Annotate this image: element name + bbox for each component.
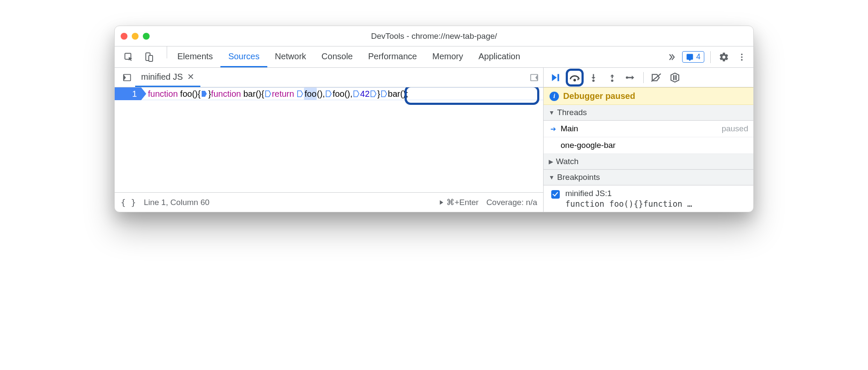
tab-elements[interactable]: Elements <box>170 46 220 67</box>
tab-network[interactable]: Network <box>267 46 314 67</box>
svg-point-3 <box>741 53 743 55</box>
breakpoint-marker-icon[interactable] <box>353 90 360 98</box>
breakpoint-checkbox[interactable] <box>551 190 560 199</box>
panel-tabs: Elements Sources Network Console Perform… <box>170 46 528 67</box>
toolbar-divider <box>710 51 711 63</box>
cursor-position: Line 1, Column 60 <box>144 198 209 207</box>
svg-rect-13 <box>673 75 674 80</box>
section-threads[interactable]: ▼ Threads <box>544 105 753 121</box>
tab-sources[interactable]: Sources <box>220 46 267 67</box>
tab-performance[interactable]: Performance <box>361 46 425 67</box>
section-breakpoints[interactable]: ▼ Breakpoints <box>544 170 753 185</box>
kebab-menu-icon[interactable] <box>735 50 749 64</box>
device-toolbar-icon[interactable] <box>142 50 156 64</box>
svg-point-5 <box>741 59 743 61</box>
debugger-paused-banner: i Debugger paused <box>544 87 753 105</box>
tab-console[interactable]: Console <box>314 46 360 67</box>
thread-item-main[interactable]: ➔ Main paused <box>544 121 753 137</box>
tab-application[interactable]: Application <box>471 46 528 67</box>
toolbar-divider <box>167 46 167 58</box>
debugger-panel: i Debugger paused ▼ Threads ➔ Main pause… <box>544 68 753 212</box>
breakpoint-location: minified JS:1 <box>565 189 692 198</box>
issues-count: 4 <box>696 52 700 61</box>
disclosure-triangle-icon: ▼ <box>549 174 555 181</box>
close-file-icon[interactable]: ✕ <box>187 72 194 82</box>
issues-badge[interactable]: 4 <box>682 51 704 63</box>
disclosure-triangle-icon: ▶ <box>549 158 553 165</box>
step-out-button[interactable] <box>604 70 620 85</box>
code-editor[interactable]: 1 function foo(){}function bar(){return … <box>115 87 543 192</box>
svg-point-11 <box>611 79 613 82</box>
breakpoint-marker-icon[interactable] <box>325 90 332 98</box>
tab-memory[interactable]: Memory <box>425 46 471 67</box>
svg-rect-2 <box>149 55 153 61</box>
breakpoint-marker-icon[interactable] <box>265 90 272 98</box>
pretty-print-icon[interactable]: { } <box>121 197 136 208</box>
zoom-window-button[interactable] <box>143 33 150 40</box>
svg-point-9 <box>573 79 576 81</box>
svg-point-4 <box>741 56 743 58</box>
svg-point-10 <box>592 79 595 82</box>
devtools-window: DevTools - chrome://new-tab-page/ Elemen… <box>114 26 754 212</box>
window-controls <box>121 33 150 40</box>
file-tab-minified-js[interactable]: minified JS ✕ <box>135 68 200 87</box>
main-toolbar: Elements Sources Network Console Perform… <box>115 46 753 68</box>
svg-rect-8 <box>558 74 559 81</box>
file-tab-label: minified JS <box>141 72 183 82</box>
breakpoint-marker-icon[interactable] <box>381 90 388 98</box>
more-tabs-icon[interactable] <box>664 50 679 64</box>
svg-point-12 <box>626 76 628 79</box>
section-watch[interactable]: ▶ Watch <box>544 154 753 170</box>
breakpoint-source: function foo(){}function … <box>565 199 692 208</box>
execution-point: foo <box>304 87 317 100</box>
resume-button[interactable] <box>548 70 564 85</box>
settings-gear-icon[interactable] <box>717 50 731 64</box>
step-button[interactable] <box>623 70 639 85</box>
titlebar: DevTools - chrome://new-tab-page/ <box>115 26 753 46</box>
sources-panel: minified JS ✕ 1 function foo(){}function… <box>115 68 544 212</box>
current-thread-icon: ➔ <box>550 125 558 133</box>
breakpoint-marker-icon[interactable] <box>370 90 377 98</box>
breakpoint-marker-icon[interactable] <box>201 90 208 98</box>
coverage-status: Coverage: n/a <box>486 198 537 207</box>
breakpoint-item[interactable]: minified JS:1 function foo(){}function … <box>544 185 753 212</box>
minimize-window-button[interactable] <box>132 33 139 40</box>
inspect-element-icon[interactable] <box>122 50 136 64</box>
deactivate-breakpoints-button[interactable] <box>648 70 664 85</box>
banner-text: Debugger paused <box>563 91 635 101</box>
run-hint: ⌘+Enter <box>438 197 479 207</box>
open-files-bar: minified JS ✕ <box>115 68 543 87</box>
code-line[interactable]: function foo(){}function bar(){return fo… <box>141 87 543 100</box>
step-into-button[interactable] <box>585 70 602 85</box>
pause-on-exceptions-button[interactable] <box>667 70 683 85</box>
close-window-button[interactable] <box>121 33 127 40</box>
run-snippet-icon[interactable] <box>525 68 543 87</box>
step-over-button[interactable] <box>567 70 583 85</box>
thread-item-ogb[interactable]: one-google-bar <box>544 137 753 154</box>
window-title: DevTools - chrome://new-tab-page/ <box>115 32 753 41</box>
info-icon: i <box>550 92 559 101</box>
disclosure-triangle-icon: ▼ <box>549 109 555 116</box>
editor-statusbar: { } Line 1, Column 60 ⌘+Enter Coverage: … <box>115 192 543 212</box>
line-number[interactable]: 1 <box>115 87 141 100</box>
svg-rect-14 <box>675 75 677 80</box>
debugger-toolbar <box>544 68 753 87</box>
breakpoint-marker-icon[interactable] <box>297 90 304 98</box>
toggle-navigator-icon[interactable] <box>119 68 135 87</box>
